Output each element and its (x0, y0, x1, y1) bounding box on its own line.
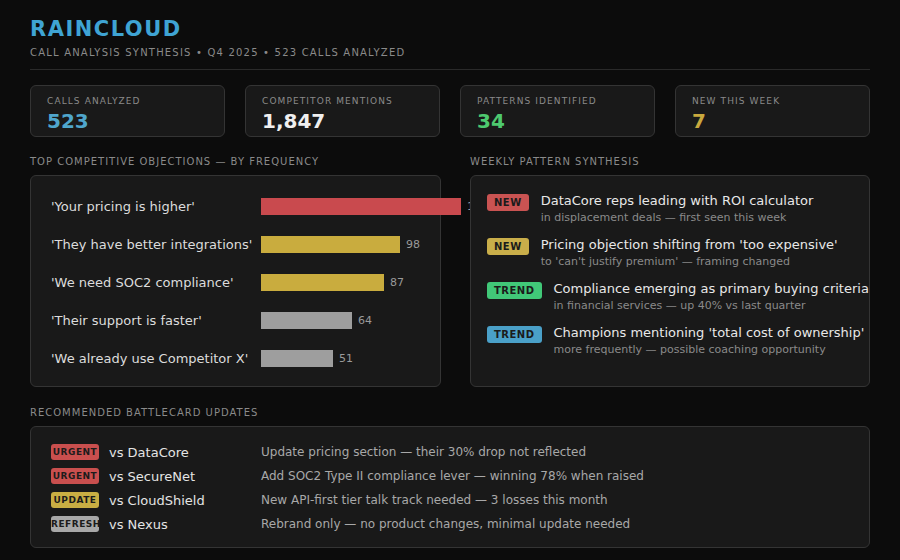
pattern-title: DataCore reps leading with ROI calculato… (541, 193, 814, 208)
pattern-text: Champions mentioning 'total cost of owne… (554, 325, 865, 356)
chart-bar (261, 312, 352, 329)
chart-value-label: 87 (390, 276, 404, 289)
chart-row: 'They have better integrations' 98 (51, 225, 440, 263)
app-title: RAINCLOUD (30, 17, 870, 41)
header: RAINCLOUD CALL ANALYSIS SYNTHESIS • Q4 2… (30, 17, 870, 70)
objections-section-title: TOP COMPETITIVE OBJECTIONS — BY FREQUENC… (30, 156, 441, 167)
chart-category-label: 'We already use Competitor X' (51, 351, 261, 366)
stat-value: 1,847 (262, 109, 423, 133)
battlecard-name: vs CloudShield (109, 493, 261, 508)
pattern-subtitle: in financial services — up 40% vs last q… (554, 299, 869, 312)
chart-value-label: 98 (406, 238, 420, 251)
battlecard-name: vs DataCore (109, 445, 261, 460)
chart-row: 'Their support is faster' 64 (51, 301, 440, 339)
chart-row: 'Your pricing is higher' 141 (51, 187, 440, 225)
pattern-badge: NEW (487, 194, 529, 211)
pattern-subtitle: in displacement deals — first seen this … (541, 211, 814, 224)
chart-category-label: 'Their support is faster' (51, 313, 261, 328)
stat-label: CALLS ANALYZED (47, 96, 208, 106)
stat-label: NEW THIS WEEK (692, 96, 853, 106)
chart-row: 'We already use Competitor X' 51 (51, 339, 440, 377)
battlecard-badge: REFRESH (51, 516, 99, 532)
pattern-item: TREND Compliance emerging as primary buy… (487, 281, 853, 312)
pattern-badge: NEW (487, 238, 529, 255)
chart-value-label: 64 (358, 314, 372, 327)
objections-chart-panel: 'Your pricing is higher' 141 'They have … (30, 175, 441, 387)
chart-bar (261, 350, 333, 367)
pattern-badge: TREND (487, 282, 542, 299)
battlecard-name: vs SecureNet (109, 469, 261, 484)
pattern-title: Pricing objection shifting from 'too exp… (541, 237, 838, 252)
battlecards-panel: URGENT vs DataCore Update pricing sectio… (30, 426, 870, 548)
chart-row: 'We need SOC2 compliance' 87 (51, 263, 440, 301)
battlecard-description: Update pricing section — their 30% drop … (261, 445, 586, 459)
stat-value: 34 (477, 109, 638, 133)
battlecard-badge: UPDATE (51, 492, 99, 508)
battlecard-description: Rebrand only — no product changes, minim… (261, 517, 630, 531)
chart-category-label: 'We need SOC2 compliance' (51, 275, 261, 290)
pattern-badge: TREND (487, 326, 542, 343)
pattern-item: NEW DataCore reps leading with ROI calcu… (487, 193, 853, 224)
chart-bar (261, 236, 400, 253)
pattern-title: Champions mentioning 'total cost of owne… (554, 325, 865, 340)
stat-value: 7 (692, 109, 853, 133)
pattern-item: TREND Champions mentioning 'total cost o… (487, 325, 853, 356)
pattern-text: Compliance emerging as primary buying cr… (554, 281, 869, 312)
battlecard-badge: URGENT (51, 468, 99, 484)
stat-card: PATTERNS IDENTIFIED 34 (460, 85, 655, 137)
battlecards-section-title: RECOMMENDED BATTLECARD UPDATES (30, 407, 870, 418)
header-divider (30, 69, 870, 70)
app-subtitle: CALL ANALYSIS SYNTHESIS • Q4 2025 • 523 … (30, 47, 870, 58)
chart-value-label: 51 (339, 352, 353, 365)
battlecards-section: RECOMMENDED BATTLECARD UPDATES URGENT vs… (30, 407, 870, 548)
patterns-section-title: WEEKLY PATTERN SYNTHESIS (470, 156, 870, 167)
objections-column: TOP COMPETITIVE OBJECTIONS — BY FREQUENC… (30, 156, 441, 387)
battlecard-badge: URGENT (51, 444, 99, 460)
stats-row: CALLS ANALYZED 523 COMPETITOR MENTIONS 1… (30, 85, 870, 137)
pattern-subtitle: to 'can't justify premium' — framing cha… (541, 255, 838, 268)
chart-category-label: 'Your pricing is higher' (51, 199, 261, 214)
dashboard-page: RAINCLOUD CALL ANALYSIS SYNTHESIS • Q4 2… (0, 0, 900, 548)
chart-bar (261, 274, 384, 291)
battlecard-row: REFRESH vs Nexus Rebrand only — no produ… (51, 512, 849, 536)
pattern-subtitle: more frequently — possible coaching oppo… (554, 343, 865, 356)
chart-category-label: 'They have better integrations' (51, 237, 261, 252)
patterns-column: WEEKLY PATTERN SYNTHESIS NEW DataCore re… (470, 156, 870, 387)
stat-label: COMPETITOR MENTIONS (262, 96, 423, 106)
battlecard-description: New API-first tier talk track needed — 3… (261, 493, 608, 507)
stat-label: PATTERNS IDENTIFIED (477, 96, 638, 106)
stat-value: 523 (47, 109, 208, 133)
battlecard-row: URGENT vs SecureNet Add SOC2 Type II com… (51, 464, 849, 488)
middle-section: TOP COMPETITIVE OBJECTIONS — BY FREQUENC… (30, 156, 870, 387)
pattern-item: NEW Pricing objection shifting from 'too… (487, 237, 853, 268)
battlecard-row: UPDATE vs CloudShield New API-first tier… (51, 488, 849, 512)
pattern-title: Compliance emerging as primary buying cr… (554, 281, 869, 296)
stat-card: COMPETITOR MENTIONS 1,847 (245, 85, 440, 137)
stat-card: NEW THIS WEEK 7 (675, 85, 870, 137)
chart-bar (261, 198, 461, 215)
stat-card: CALLS ANALYZED 523 (30, 85, 225, 137)
patterns-panel: NEW DataCore reps leading with ROI calcu… (470, 175, 870, 387)
battlecard-name: vs Nexus (109, 517, 261, 532)
pattern-text: Pricing objection shifting from 'too exp… (541, 237, 838, 268)
battlecard-description: Add SOC2 Type II compliance lever — winn… (261, 469, 644, 483)
battlecard-row: URGENT vs DataCore Update pricing sectio… (51, 440, 849, 464)
pattern-text: DataCore reps leading with ROI calculato… (541, 193, 814, 224)
